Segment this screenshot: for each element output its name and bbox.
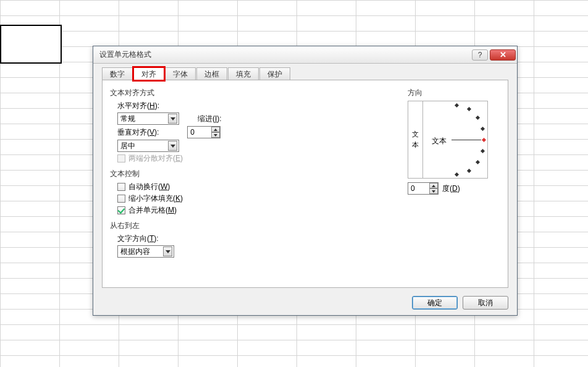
orientation-arc[interactable]: 文本 <box>424 101 487 178</box>
wrap-text-label: 自动换行(W) <box>128 182 170 192</box>
v-align-select[interactable]: 居中 <box>117 140 179 152</box>
orientation-dot[interactable] <box>467 107 471 111</box>
chevron-down-icon <box>168 141 177 151</box>
ok-button[interactable]: 确定 <box>412 296 458 310</box>
group-rtl: 从右到左 <box>110 221 408 231</box>
chevron-down-icon <box>168 114 177 124</box>
degrees-down-icon[interactable] <box>429 188 438 194</box>
orientation-dot[interactable] <box>476 116 480 120</box>
indent-value: 0 <box>190 128 195 137</box>
justify-distributed-checkbox <box>117 154 125 162</box>
h-align-value: 常规 <box>120 114 135 124</box>
tab-fill[interactable]: 填充 <box>228 67 259 80</box>
v-align-label: 垂直对齐(V): <box>117 127 159 138</box>
degrees-label: 度(D) <box>442 184 460 194</box>
orientation-dot-active[interactable] <box>482 138 486 142</box>
orientation-indicator-line <box>452 140 481 140</box>
group-text-alignment: 文本对齐方式 <box>110 88 408 98</box>
orientation-dot[interactable] <box>455 172 459 177</box>
merge-cells-checkbox[interactable] <box>117 206 125 214</box>
help-button[interactable]: ? <box>472 49 488 61</box>
tab-alignment[interactable]: 对齐 <box>133 67 164 80</box>
group-orientation: 方向 <box>408 88 500 98</box>
h-align-label: 水平对齐(H): <box>117 101 159 111</box>
merge-cells-label: 合并单元格(M) <box>128 205 177 216</box>
orientation-panel[interactable]: 文 本 文本 <box>408 101 488 179</box>
tabstrip: 数字 对齐 字体 边框 填充 保护 <box>102 67 291 80</box>
orientation-dot[interactable] <box>481 127 485 131</box>
indent-down-icon[interactable] <box>211 132 220 138</box>
degrees-up-icon[interactable] <box>429 183 438 188</box>
degrees-spinner[interactable]: 0 <box>408 182 439 195</box>
chevron-down-icon <box>163 247 172 256</box>
orientation-dot[interactable] <box>455 103 459 108</box>
orientation-arc-label: 文本 <box>432 136 447 146</box>
indent-spinner[interactable]: 0 <box>187 126 220 138</box>
format-cells-dialog: 设置单元格格式 ? ✕ 数字 对齐 字体 边框 填充 保护 文本对齐方式 水平对… <box>93 46 518 316</box>
tab-font[interactable]: 字体 <box>165 67 196 80</box>
text-direction-value: 根据内容 <box>120 247 150 257</box>
tab-border[interactable]: 边框 <box>196 67 227 80</box>
text-direction-select[interactable]: 根据内容 <box>117 245 174 258</box>
selected-cell[interactable] <box>0 25 62 64</box>
orientation-vertical-button[interactable]: 文 本 <box>408 101 423 178</box>
alignment-tab-body: 文本对齐方式 水平对齐(H): 常规 缩进(I): 垂直对齐(V): <box>102 80 508 288</box>
orientation-vertical-char1: 文 <box>412 130 419 139</box>
degrees-value: 0 <box>411 184 415 193</box>
v-align-value: 居中 <box>120 141 135 151</box>
indent-label: 缩进(I): <box>198 114 222 124</box>
dialog-footer: 确定 取消 <box>93 290 517 315</box>
group-text-control: 文本控制 <box>110 169 408 179</box>
orientation-dot[interactable] <box>481 149 485 153</box>
wrap-text-checkbox[interactable] <box>117 183 125 191</box>
justify-distributed-label: 两端分散对齐(E) <box>128 153 183 164</box>
orientation-vertical-char2: 本 <box>412 140 419 150</box>
indent-up-icon[interactable] <box>211 127 220 132</box>
tab-number[interactable]: 数字 <box>102 67 133 80</box>
cancel-button[interactable]: 取消 <box>463 296 508 310</box>
shrink-fit-checkbox[interactable] <box>117 195 125 203</box>
orientation-dot[interactable] <box>467 169 471 173</box>
orientation-dot[interactable] <box>476 160 480 164</box>
shrink-fit-label: 缩小字体填充(K) <box>128 193 183 204</box>
close-button[interactable]: ✕ <box>490 49 516 61</box>
dialog-title: 设置单元格格式 <box>99 49 472 60</box>
titlebar[interactable]: 设置单元格格式 ? ✕ <box>93 46 517 64</box>
tab-protection[interactable]: 保护 <box>259 67 290 80</box>
h-align-select[interactable]: 常规 <box>117 112 179 125</box>
text-direction-label: 文字方向(T): <box>117 234 159 244</box>
